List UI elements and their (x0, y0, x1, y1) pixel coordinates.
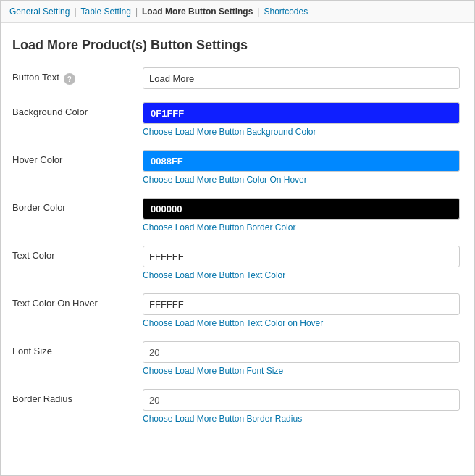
label-text-color-hover: Text Color On Hover (12, 293, 143, 309)
tab-separator-1: | (74, 7, 76, 17)
field-button-text: Button Text ? (12, 67, 460, 89)
control-hover-color: 0088FF Choose Load More Button Color On … (143, 150, 460, 185)
tab-shortcodes[interactable]: Shortcodes (264, 7, 308, 17)
color-swatch-hover[interactable]: 0088FF (143, 150, 460, 172)
hint-text-color[interactable]: Choose Load More Button Text Color (143, 270, 460, 280)
label-font-size: Font Size (12, 341, 143, 356)
field-border-color: Border Color 000000 Choose Load More But… (12, 198, 460, 233)
field-hover-color: Hover Color 0088FF Choose Load More Butt… (12, 150, 460, 185)
tab-table-setting[interactable]: Table Setting (81, 7, 131, 17)
label-border-radius: Border Radius (12, 389, 143, 404)
label-text-color: Text Color (12, 246, 143, 261)
color-swatch-background[interactable]: 0F1FFF (143, 102, 460, 124)
label-border-color: Border Color (12, 198, 143, 213)
field-font-size: Font Size Choose Load More Button Font S… (12, 341, 460, 376)
color-swatch-border[interactable]: 000000 (143, 198, 460, 220)
label-background-color: Background Color (12, 102, 143, 117)
page-title: Load More Product(s) Button Settings (12, 38, 460, 53)
input-text-color-hover[interactable] (143, 293, 460, 315)
field-text-color: Text Color Choose Load More Button Text … (12, 246, 460, 280)
hint-font-size[interactable]: Choose Load More Button Font Size (143, 366, 460, 376)
hint-border-radius[interactable]: Choose Load More Button Border Radius (143, 414, 460, 424)
hint-border-color[interactable]: Choose Load More Button Border Color (143, 222, 460, 233)
settings-page: General Setting | Table Setting | Load M… (0, 0, 475, 476)
label-button-text: Button Text ? (12, 67, 143, 85)
hint-hover-color[interactable]: Choose Load More Button Color On Hover (143, 175, 460, 185)
field-border-radius: Border Radius Choose Load More Button Bo… (12, 389, 460, 424)
control-border-color: 000000 Choose Load More Button Border Co… (143, 198, 460, 233)
label-hover-color: Hover Color (12, 150, 143, 165)
help-icon-button-text[interactable]: ? (64, 73, 75, 85)
tab-general-setting[interactable]: General Setting (9, 7, 70, 17)
input-text-color[interactable] (143, 246, 460, 267)
control-button-text (143, 67, 460, 89)
control-text-color: Choose Load More Button Text Color (143, 246, 460, 280)
field-text-color-hover: Text Color On Hover Choose Load More But… (12, 293, 460, 328)
main-content: Load More Product(s) Button Settings But… (1, 23, 474, 451)
input-font-size[interactable] (143, 341, 460, 363)
control-border-radius: Choose Load More Button Border Radius (143, 389, 460, 424)
tab-separator-3: | (257, 7, 259, 17)
control-text-color-hover: Choose Load More Button Text Color on Ho… (143, 293, 460, 328)
tab-load-more-settings[interactable]: Load More Button Settings (142, 7, 253, 17)
tab-separator-2: | (135, 7, 138, 17)
control-background-color: 0F1FFF Choose Load More Button Backgroun… (143, 102, 460, 137)
input-border-radius[interactable] (143, 389, 460, 411)
hint-text-color-hover[interactable]: Choose Load More Button Text Color on Ho… (143, 318, 460, 328)
control-font-size: Choose Load More Button Font Size (143, 341, 460, 376)
tab-navigation: General Setting | Table Setting | Load M… (1, 1, 474, 23)
hint-background-color[interactable]: Choose Load More Button Background Color (143, 127, 460, 137)
field-background-color: Background Color 0F1FFF Choose Load More… (12, 102, 460, 137)
input-button-text[interactable] (143, 67, 460, 89)
